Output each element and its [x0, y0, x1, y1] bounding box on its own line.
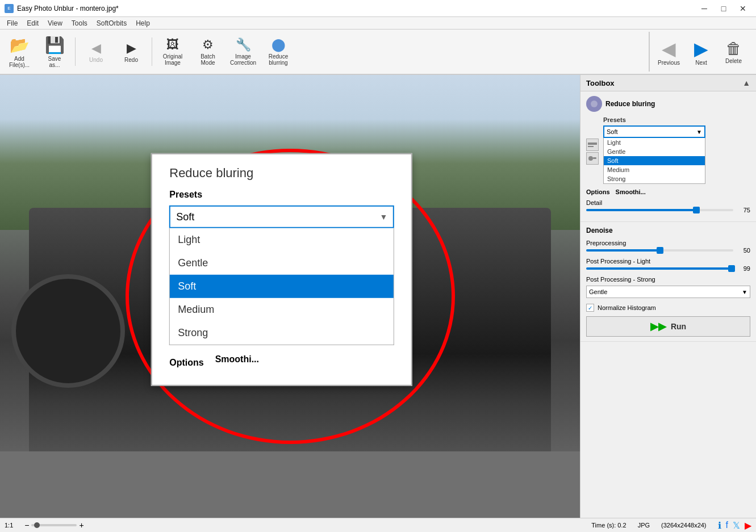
- toolbox-panel: Toolbox ▲ Reduce bluring: [580, 75, 756, 518]
- center-dropdown-popup: Reduce bluring Presets Soft ▼ Light Gent…: [151, 153, 412, 386]
- twitter-icon[interactable]: 𝕏: [733, 520, 740, 531]
- add-file-icon: 📂: [10, 36, 30, 55]
- reduce-bluring-section-icon: [586, 96, 602, 112]
- svg-point-0: [591, 100, 598, 107]
- reduce-bluring-section-title: Reduce bluring: [605, 100, 655, 108]
- menu-bar: File Edit View Tools SoftOrbits Help: [0, 17, 756, 30]
- menu-edit[interactable]: Edit: [22, 18, 43, 28]
- toolbox-scroll-up[interactable]: ▲: [742, 78, 750, 87]
- add-file-label: Add File(s)...: [9, 56, 30, 68]
- original-image-button[interactable]: 🖼 Original Image: [156, 32, 190, 72]
- toolbox-item-strong[interactable]: Strong: [604, 174, 705, 183]
- delete-button[interactable]: 🗑 Delete: [718, 32, 749, 72]
- zoom-plus-icon[interactable]: +: [79, 521, 83, 530]
- toolbox-item-gentle[interactable]: Gentle: [604, 147, 705, 156]
- svg-rect-2: [588, 146, 594, 147]
- popup-item-strong[interactable]: Strong: [170, 321, 394, 345]
- menu-help[interactable]: Help: [131, 18, 154, 28]
- popup-smoothing-label: Smoothi...: [215, 354, 259, 368]
- toolbox-presets-arrow-icon: ▼: [696, 129, 702, 135]
- popup-select-box[interactable]: Soft ▼: [169, 206, 394, 228]
- post-processing-light-slider-track[interactable]: [586, 267, 733, 270]
- toolbar-nav: ◀ Previous ▶ Next 🗑 Delete: [653, 32, 749, 72]
- menu-file[interactable]: File: [2, 18, 22, 28]
- youtube-icon[interactable]: ▶: [745, 520, 751, 531]
- batch-mode-icon: ⚙: [202, 37, 214, 52]
- toolbox-item-soft[interactable]: Soft: [604, 156, 705, 165]
- menu-tools[interactable]: Tools: [67, 18, 92, 28]
- image-correction-button[interactable]: 🔧 Image Correction: [226, 32, 260, 72]
- post-processing-light-fill: [586, 267, 732, 270]
- popup-select-value: Soft: [176, 211, 194, 223]
- popup-item-soft[interactable]: Soft: [170, 275, 394, 298]
- post-processing-strong-select[interactable]: Gentle ▼: [586, 286, 750, 298]
- preprocessing-label: Preprocessing: [586, 240, 626, 246]
- close-button[interactable]: ✕: [734, 3, 751, 14]
- save-as-label: Save as...: [48, 56, 61, 68]
- maximize-button[interactable]: □: [715, 3, 732, 14]
- preprocessing-slider-track[interactable]: [586, 249, 733, 252]
- popup-dropdown-arrow-icon: ▼: [379, 212, 387, 221]
- undo-button[interactable]: ◀ Undo: [79, 32, 113, 72]
- svg-rect-1: [588, 143, 597, 145]
- add-file-button[interactable]: 📂 Add File(s)...: [2, 32, 36, 72]
- toolbox-dropdown-list: Light Gentle Soft Medium Strong: [603, 138, 705, 184]
- next-label: Next: [695, 60, 707, 66]
- tire: [11, 274, 125, 388]
- post-processing-light-slider-row: 99: [586, 265, 750, 272]
- toolbox-item-medium[interactable]: Medium: [604, 165, 705, 174]
- run-button[interactable]: ▶▶ Run: [586, 316, 750, 337]
- status-zoom: 1:1: [5, 522, 13, 529]
- app-icon: E: [5, 4, 14, 13]
- next-icon: ▶: [694, 38, 708, 60]
- reduce-bluring-header: Reduce bluring: [586, 96, 750, 112]
- menu-softorbits[interactable]: SoftOrbits: [92, 18, 131, 28]
- zoom-slider-track[interactable]: [31, 524, 77, 526]
- previous-icon: ◀: [662, 38, 676, 60]
- delete-label: Delete: [725, 58, 742, 64]
- image-area[interactable]: Reduce bluring Presets Soft ▼ Light Gent…: [0, 75, 580, 518]
- next-button[interactable]: ▶ Next: [686, 32, 717, 72]
- post-processing-light-value: 99: [737, 265, 750, 272]
- preprocessing-slider-fill: [586, 249, 660, 252]
- run-label: Run: [671, 322, 686, 331]
- popup-title: Reduce bluring: [169, 166, 394, 181]
- popup-item-gentle[interactable]: Gentle: [170, 252, 394, 275]
- info-icon[interactable]: ℹ: [718, 520, 721, 531]
- title-bar: E Easy Photo Unblur - montero.jpg* ─ □ ✕: [0, 0, 756, 17]
- tool-icon-2[interactable]: [586, 152, 599, 165]
- detail-slider-track[interactable]: [586, 209, 733, 211]
- zoom-minus-icon[interactable]: −: [24, 521, 29, 530]
- toolbox-item-light[interactable]: Light: [604, 138, 705, 147]
- tool-icon-1[interactable]: [586, 139, 599, 151]
- detail-slider-value: 75: [737, 207, 750, 213]
- normalize-histogram-checkbox[interactable]: ✓: [586, 304, 594, 312]
- previous-button[interactable]: ◀ Previous: [653, 32, 684, 72]
- reduce-blurring-button[interactable]: ⬤ Reduce blurring: [261, 32, 295, 72]
- presets-label: Presets: [603, 116, 705, 123]
- status-icons: ℹ f 𝕏 ▶: [718, 520, 751, 531]
- zoom-slider-thumb: [34, 522, 40, 528]
- toolbox-presets-select[interactable]: Soft ▼: [603, 125, 705, 138]
- popup-item-light[interactable]: Light: [170, 228, 394, 252]
- denoise-section: Denoise Preprocessing 50 Post Processing…: [580, 222, 756, 342]
- save-as-button[interactable]: 💾 Save as...: [37, 32, 72, 72]
- image-correction-icon: 🔧: [236, 37, 251, 52]
- popup-item-medium[interactable]: Medium: [170, 298, 394, 321]
- minimize-button[interactable]: ─: [696, 3, 713, 14]
- tool-icons-row: Presets Soft ▼ Light Gentle Soft Medium …: [586, 116, 750, 186]
- menu-view[interactable]: View: [43, 18, 67, 28]
- popup-dropdown-list: Light Gentle Soft Medium Strong: [169, 228, 394, 345]
- redo-button[interactable]: ▶ Redo: [114, 32, 148, 72]
- batch-mode-button[interactable]: ⚙ Batch Mode: [191, 32, 225, 72]
- denoise-header: Denoise: [586, 227, 750, 234]
- toolbox-title: Toolbox: [586, 79, 615, 87]
- post-processing-light-thumb: [728, 265, 735, 272]
- facebook-icon[interactable]: f: [726, 520, 728, 530]
- post-processing-strong-container: Post Processing - Strong Gentle ▼: [586, 275, 750, 298]
- status-bar: 1:1 − + Time (s): 0.2 JPG (3264x2448x24)…: [0, 518, 756, 532]
- reduce-blurring-label: Reduce blurring: [269, 53, 288, 66]
- post-processing-strong-arrow-icon: ▼: [742, 289, 747, 295]
- detail-label: Detail: [586, 199, 602, 206]
- toolbox-presets-value: Soft: [607, 128, 696, 135]
